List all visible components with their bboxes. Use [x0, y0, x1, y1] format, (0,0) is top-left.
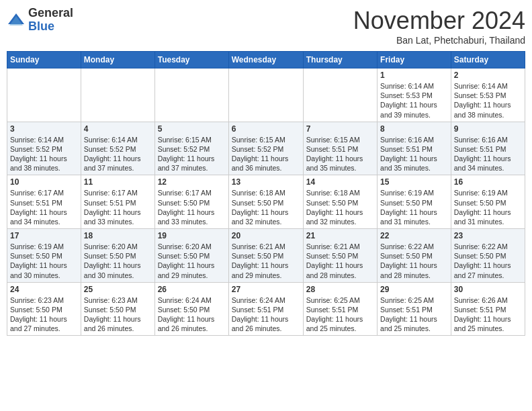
calendar-week-2: 10Sunrise: 6:17 AM Sunset: 5:51 PM Dayli…: [7, 175, 525, 229]
day-info: Sunrise: 6:18 AM Sunset: 5:50 PM Dayligh…: [232, 188, 300, 226]
calendar-cell: 30Sunrise: 6:26 AM Sunset: 5:51 PM Dayli…: [451, 282, 525, 336]
day-number: 11: [84, 177, 152, 187]
day-number: 14: [306, 177, 374, 187]
day-number: 12: [158, 177, 226, 187]
calendar-cell: 7Sunrise: 6:15 AM Sunset: 5:51 PM Daylig…: [303, 122, 377, 175]
title-block: November 2024 Ban Lat, Phetchaburi, Thai…: [353, 7, 525, 46]
calendar-cell: 3Sunrise: 6:14 AM Sunset: 5:52 PM Daylig…: [7, 122, 81, 175]
day-info: Sunrise: 6:15 AM Sunset: 5:51 PM Dayligh…: [306, 135, 374, 173]
calendar-cell: [81, 68, 154, 122]
day-number: 22: [380, 231, 448, 240]
day-number: 1: [380, 71, 448, 80]
logo-text: General Blue: [28, 7, 73, 34]
day-info: Sunrise: 6:20 AM Sunset: 5:50 PM Dayligh…: [84, 242, 152, 280]
calendar-header: SundayMondayTuesdayWednesdayThursdayFrid…: [7, 52, 525, 68]
location: Ban Lat, Phetchaburi, Thailand: [353, 35, 525, 46]
calendar-cell: 15Sunrise: 6:19 AM Sunset: 5:50 PM Dayli…: [378, 175, 451, 229]
calendar-cell: 28Sunrise: 6:25 AM Sunset: 5:51 PM Dayli…: [303, 282, 377, 336]
day-info: Sunrise: 6:20 AM Sunset: 5:50 PM Dayligh…: [158, 242, 226, 280]
day-info: Sunrise: 6:25 AM Sunset: 5:51 PM Dayligh…: [306, 295, 374, 334]
day-number: 23: [454, 231, 522, 240]
calendar-cell: [7, 68, 81, 122]
calendar-week-3: 17Sunrise: 6:19 AM Sunset: 5:50 PM Dayli…: [7, 229, 525, 283]
calendar-cell: 11Sunrise: 6:17 AM Sunset: 5:51 PM Dayli…: [81, 175, 154, 229]
logo-general: General: [28, 7, 73, 20]
day-number: 5: [158, 124, 226, 134]
calendar-cell: 25Sunrise: 6:23 AM Sunset: 5:50 PM Dayli…: [81, 282, 154, 336]
day-info: Sunrise: 6:19 AM Sunset: 5:50 PM Dayligh…: [10, 242, 78, 280]
day-number: 18: [84, 231, 152, 240]
calendar-cell: 29Sunrise: 6:25 AM Sunset: 5:51 PM Dayli…: [378, 282, 451, 336]
day-number: 4: [84, 124, 152, 134]
day-info: Sunrise: 6:15 AM Sunset: 5:52 PM Dayligh…: [232, 135, 300, 173]
weekday-header-thursday: Thursday: [303, 52, 377, 68]
day-number: 24: [10, 285, 78, 294]
day-info: Sunrise: 6:15 AM Sunset: 5:52 PM Dayligh…: [158, 135, 226, 173]
weekday-header-friday: Friday: [378, 52, 451, 68]
logo-blue: Blue: [28, 20, 73, 34]
day-info: Sunrise: 6:21 AM Sunset: 5:50 PM Dayligh…: [232, 242, 300, 280]
day-info: Sunrise: 6:16 AM Sunset: 5:51 PM Dayligh…: [380, 135, 448, 173]
weekday-header-saturday: Saturday: [451, 52, 525, 68]
day-info: Sunrise: 6:26 AM Sunset: 5:51 PM Dayligh…: [454, 295, 522, 334]
calendar-cell: 6Sunrise: 6:15 AM Sunset: 5:52 PM Daylig…: [228, 122, 303, 175]
day-info: Sunrise: 6:14 AM Sunset: 5:52 PM Dayligh…: [10, 135, 78, 173]
day-number: 10: [10, 177, 78, 187]
weekday-header-monday: Monday: [81, 52, 154, 68]
calendar-cell: 10Sunrise: 6:17 AM Sunset: 5:51 PM Dayli…: [7, 175, 81, 229]
calendar-week-0: 1Sunrise: 6:14 AM Sunset: 5:53 PM Daylig…: [7, 68, 525, 122]
day-number: 16: [454, 177, 522, 187]
calendar-cell: 24Sunrise: 6:23 AM Sunset: 5:50 PM Dayli…: [7, 282, 81, 336]
weekday-row: SundayMondayTuesdayWednesdayThursdayFrid…: [7, 52, 525, 68]
calendar-cell: 27Sunrise: 6:24 AM Sunset: 5:51 PM Dayli…: [228, 282, 303, 336]
day-info: Sunrise: 6:22 AM Sunset: 5:50 PM Dayligh…: [380, 242, 448, 280]
calendar-cell: [154, 68, 228, 122]
calendar-cell: 13Sunrise: 6:18 AM Sunset: 5:50 PM Dayli…: [228, 175, 303, 229]
day-info: Sunrise: 6:17 AM Sunset: 5:51 PM Dayligh…: [84, 188, 152, 226]
day-number: 15: [380, 177, 448, 187]
day-number: 26: [158, 285, 226, 294]
day-info: Sunrise: 6:22 AM Sunset: 5:50 PM Dayligh…: [454, 242, 522, 280]
day-number: 25: [84, 285, 152, 294]
calendar-cell: 26Sunrise: 6:24 AM Sunset: 5:50 PM Dayli…: [154, 282, 228, 336]
weekday-header-sunday: Sunday: [7, 52, 81, 68]
day-number: 3: [10, 124, 78, 134]
day-info: Sunrise: 6:19 AM Sunset: 5:50 PM Dayligh…: [380, 188, 448, 226]
day-info: Sunrise: 6:14 AM Sunset: 5:52 PM Dayligh…: [84, 135, 152, 173]
calendar-cell: 16Sunrise: 6:19 AM Sunset: 5:50 PM Dayli…: [451, 175, 525, 229]
calendar-cell: 22Sunrise: 6:22 AM Sunset: 5:50 PM Dayli…: [378, 229, 451, 283]
calendar-table: SundayMondayTuesdayWednesdayThursdayFrid…: [7, 51, 525, 336]
day-number: 29: [380, 285, 448, 294]
day-number: 17: [10, 231, 78, 240]
calendar-body: 1Sunrise: 6:14 AM Sunset: 5:53 PM Daylig…: [7, 68, 525, 336]
day-info: Sunrise: 6:19 AM Sunset: 5:50 PM Dayligh…: [454, 188, 522, 226]
logo: General Blue: [7, 7, 73, 34]
day-info: Sunrise: 6:18 AM Sunset: 5:50 PM Dayligh…: [306, 188, 374, 226]
logo-icon: [7, 11, 26, 30]
calendar-cell: 20Sunrise: 6:21 AM Sunset: 5:50 PM Dayli…: [228, 229, 303, 283]
weekday-header-wednesday: Wednesday: [228, 52, 303, 68]
day-info: Sunrise: 6:14 AM Sunset: 5:53 PM Dayligh…: [454, 81, 522, 120]
day-info: Sunrise: 6:24 AM Sunset: 5:51 PM Dayligh…: [232, 295, 300, 334]
day-number: 2: [454, 71, 522, 80]
calendar-cell: 19Sunrise: 6:20 AM Sunset: 5:50 PM Dayli…: [154, 229, 228, 283]
calendar-cell: 5Sunrise: 6:15 AM Sunset: 5:52 PM Daylig…: [154, 122, 228, 175]
calendar-week-4: 24Sunrise: 6:23 AM Sunset: 5:50 PM Dayli…: [7, 282, 525, 336]
day-number: 13: [232, 177, 300, 187]
day-info: Sunrise: 6:14 AM Sunset: 5:53 PM Dayligh…: [380, 81, 448, 120]
day-info: Sunrise: 6:23 AM Sunset: 5:50 PM Dayligh…: [84, 295, 152, 334]
calendar-cell: 2Sunrise: 6:14 AM Sunset: 5:53 PM Daylig…: [451, 68, 525, 122]
day-info: Sunrise: 6:21 AM Sunset: 5:50 PM Dayligh…: [306, 242, 374, 280]
calendar-cell: 8Sunrise: 6:16 AM Sunset: 5:51 PM Daylig…: [378, 122, 451, 175]
calendar-cell: 23Sunrise: 6:22 AM Sunset: 5:50 PM Dayli…: [451, 229, 525, 283]
calendar-cell: 21Sunrise: 6:21 AM Sunset: 5:50 PM Dayli…: [303, 229, 377, 283]
day-info: Sunrise: 6:17 AM Sunset: 5:50 PM Dayligh…: [158, 188, 226, 226]
calendar-week-1: 3Sunrise: 6:14 AM Sunset: 5:52 PM Daylig…: [7, 122, 525, 175]
calendar-cell: [228, 68, 303, 122]
calendar-cell: 14Sunrise: 6:18 AM Sunset: 5:50 PM Dayli…: [303, 175, 377, 229]
day-number: 7: [306, 124, 374, 134]
day-number: 27: [232, 285, 300, 294]
day-info: Sunrise: 6:25 AM Sunset: 5:51 PM Dayligh…: [380, 295, 448, 334]
month-title: November 2024: [353, 7, 525, 35]
weekday-header-tuesday: Tuesday: [154, 52, 228, 68]
